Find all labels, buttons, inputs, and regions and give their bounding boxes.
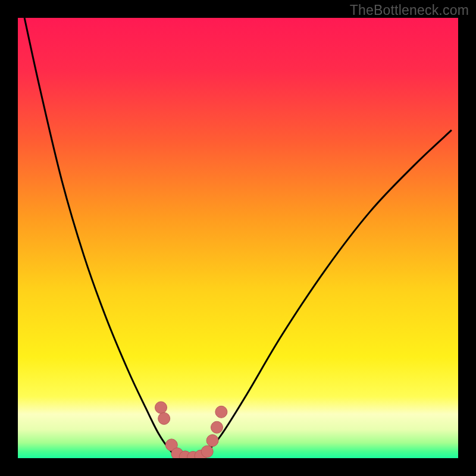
curve-marker bbox=[211, 421, 223, 433]
curve-marker bbox=[155, 402, 167, 414]
curve-marker bbox=[206, 434, 218, 446]
bottleneck-curve bbox=[18, 18, 458, 458]
plot-area bbox=[18, 18, 458, 458]
chart-frame: TheBottleneck.com bbox=[0, 0, 476, 476]
curve-marker bbox=[215, 406, 227, 418]
curve-marker bbox=[158, 412, 170, 424]
curve-line bbox=[24, 18, 452, 458]
watermark-text: TheBottleneck.com bbox=[350, 2, 469, 18]
curve-markers bbox=[155, 402, 227, 458]
curve-marker bbox=[201, 446, 213, 458]
